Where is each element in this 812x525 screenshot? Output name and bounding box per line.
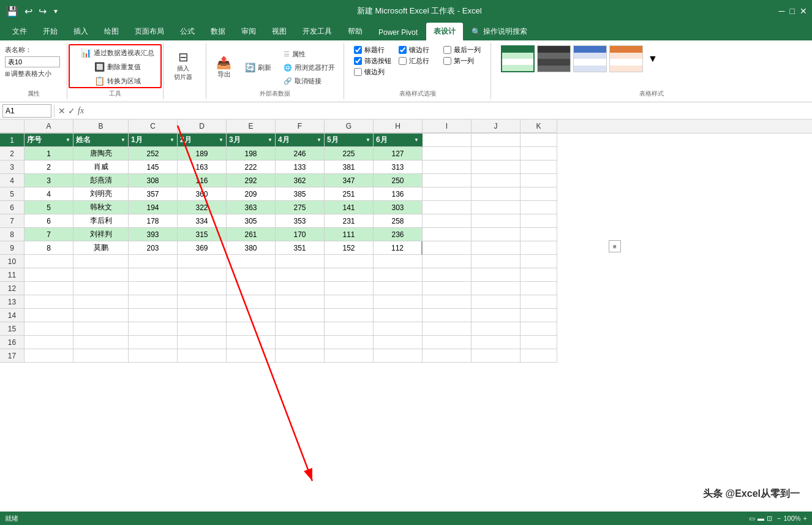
row-header-10[interactable]: 10 bbox=[0, 255, 24, 268]
cell-j9[interactable] bbox=[472, 241, 521, 255]
export-button[interactable]: 📤 导出 bbox=[211, 54, 236, 81]
cell-e7[interactable]: 305 bbox=[227, 214, 276, 228]
row-header-14[interactable]: 14 bbox=[0, 309, 24, 322]
cell-h1[interactable]: 6月▼ bbox=[374, 134, 423, 147]
col-header-d[interactable]: D bbox=[178, 119, 227, 133]
browser-button[interactable]: 🌐 用浏览器打开 bbox=[280, 62, 339, 74]
tab-draw[interactable]: 绘图 bbox=[97, 23, 126, 40]
cell-f9[interactable]: 351 bbox=[276, 241, 325, 255]
cell-k6[interactable] bbox=[521, 201, 557, 214]
row-header-9[interactable]: 9 bbox=[0, 241, 24, 255]
cell-a4[interactable]: 3 bbox=[24, 174, 73, 187]
checkbox-first-col[interactable]: 第一列 bbox=[443, 56, 481, 66]
cell-b9[interactable]: 莫鹏 bbox=[73, 241, 129, 255]
row-header-13[interactable]: 13 bbox=[0, 295, 24, 309]
cell-k7[interactable] bbox=[521, 214, 557, 228]
row-header-5[interactable]: 5 bbox=[0, 187, 24, 201]
cell-i1[interactable] bbox=[423, 134, 472, 147]
tab-home[interactable]: 开始 bbox=[36, 23, 65, 40]
cell-d2[interactable]: 189 bbox=[178, 147, 227, 161]
row-header-11[interactable]: 11 bbox=[0, 268, 24, 282]
col-header-h[interactable]: H bbox=[374, 119, 423, 133]
cell-g8[interactable]: 111 bbox=[325, 228, 374, 241]
col-header-c[interactable]: C bbox=[129, 119, 178, 133]
cell-b8[interactable]: 刘祥判 bbox=[73, 228, 129, 241]
cell-e3[interactable]: 222 bbox=[227, 161, 276, 174]
properties-button[interactable]: ☰ 属性 bbox=[280, 48, 339, 60]
row-header-7[interactable]: 7 bbox=[0, 214, 24, 228]
cell-d7[interactable]: 334 bbox=[178, 214, 227, 228]
cell-c9[interactable]: 203 bbox=[129, 241, 178, 255]
insert-slicer-button[interactable]: ⊟ 插入切片器 bbox=[168, 48, 198, 84]
cell-j3[interactable] bbox=[472, 161, 521, 174]
remove-duplicates-button[interactable]: 🔲 删除重复值 bbox=[91, 61, 145, 73]
cell-c5[interactable]: 357 bbox=[129, 187, 178, 201]
cell-d9[interactable]: 369 bbox=[178, 241, 227, 255]
sheet-view-break[interactable]: ⊡ bbox=[767, 515, 772, 523]
cell-j1[interactable] bbox=[472, 134, 521, 147]
col-header-i[interactable]: I bbox=[423, 119, 472, 133]
paste-options-button[interactable]: ≡ bbox=[609, 240, 621, 252]
cell-k9[interactable] bbox=[521, 241, 557, 255]
cell-h9[interactable]: 112 bbox=[374, 241, 423, 255]
cell-f7[interactable]: 353 bbox=[276, 214, 325, 228]
cell-e9[interactable]: 380 bbox=[227, 241, 276, 255]
cell-k3[interactable] bbox=[521, 161, 557, 174]
cell-d8[interactable]: 315 bbox=[178, 228, 227, 241]
row-header-4[interactable]: 4 bbox=[0, 174, 24, 187]
cell-b6[interactable]: 韩秋文 bbox=[73, 201, 129, 214]
col-header-f[interactable]: F bbox=[276, 119, 325, 133]
cell-c8[interactable]: 393 bbox=[129, 228, 178, 241]
cell-h6[interactable]: 303 bbox=[374, 201, 423, 214]
cell-e2[interactable]: 198 bbox=[227, 147, 276, 161]
cell-j6[interactable] bbox=[472, 201, 521, 214]
cell-g7[interactable]: 231 bbox=[325, 214, 374, 228]
cell-d1[interactable]: 2月▼ bbox=[178, 134, 227, 147]
cell-b3[interactable]: 肖威 bbox=[73, 161, 129, 174]
tab-help[interactable]: 帮助 bbox=[340, 23, 370, 40]
cell-d3[interactable]: 163 bbox=[178, 161, 227, 174]
tab-view[interactable]: 视图 bbox=[265, 23, 294, 40]
cell-a1[interactable]: 序号▼ bbox=[24, 134, 73, 147]
cell-i9[interactable] bbox=[423, 241, 472, 255]
row-header-16[interactable]: 16 bbox=[0, 336, 24, 349]
tab-power-pivot[interactable]: Power Pivot bbox=[371, 25, 425, 40]
insert-function-icon[interactable]: fx bbox=[77, 106, 85, 116]
row-header-8[interactable]: 8 bbox=[0, 228, 24, 241]
col-header-j[interactable]: J bbox=[472, 119, 521, 133]
undo-icon[interactable]: ↩ bbox=[23, 4, 34, 18]
table-style-swatch-3[interactable] bbox=[573, 45, 607, 72]
cell-g2[interactable]: 225 bbox=[325, 147, 374, 161]
cell-h5[interactable]: 136 bbox=[374, 187, 423, 201]
confirm-icon[interactable]: ✓ bbox=[67, 106, 77, 116]
cell-b1[interactable]: 姓名▼ bbox=[73, 134, 129, 147]
cell-h7[interactable]: 258 bbox=[374, 214, 423, 228]
cell-d6[interactable]: 322 bbox=[178, 201, 227, 214]
tab-file[interactable]: 文件 bbox=[5, 23, 34, 40]
checkbox-banded-cols[interactable]: 镶边列 bbox=[354, 67, 391, 77]
cell-h4[interactable]: 250 bbox=[374, 174, 423, 187]
tab-insert[interactable]: 插入 bbox=[66, 23, 96, 40]
cancel-icon[interactable]: ✕ bbox=[57, 106, 67, 116]
cell-a7[interactable]: 6 bbox=[24, 214, 73, 228]
row-header-3[interactable]: 3 bbox=[0, 161, 24, 174]
checkbox-total-row[interactable]: 汇总行 bbox=[399, 56, 436, 66]
cell-c2[interactable]: 252 bbox=[129, 147, 178, 161]
tab-page-layout[interactable]: 页面布局 bbox=[127, 23, 171, 40]
cell-j4[interactable] bbox=[472, 174, 521, 187]
cell-i2[interactable] bbox=[423, 147, 472, 161]
cell-d5[interactable]: 360 bbox=[178, 187, 227, 201]
cell-a2[interactable]: 1 bbox=[24, 147, 73, 161]
col-header-b[interactable]: B bbox=[73, 119, 129, 133]
convert-to-range-button[interactable]: 📋 转换为区域 bbox=[91, 75, 145, 87]
tab-table-design[interactable]: 表设计 bbox=[426, 23, 463, 40]
zoom-in-icon[interactable]: + bbox=[803, 515, 807, 522]
cell-g3[interactable]: 381 bbox=[325, 161, 374, 174]
tab-dev[interactable]: 开发工具 bbox=[295, 23, 339, 40]
row-header-2[interactable]: 2 bbox=[0, 147, 24, 161]
checkbox-header-row[interactable]: 标题行 bbox=[354, 45, 391, 55]
cell-h8[interactable]: 236 bbox=[374, 228, 423, 241]
cell-i6[interactable] bbox=[423, 201, 472, 214]
table-style-swatch-2[interactable] bbox=[537, 45, 571, 72]
cell-k8[interactable] bbox=[521, 228, 557, 241]
